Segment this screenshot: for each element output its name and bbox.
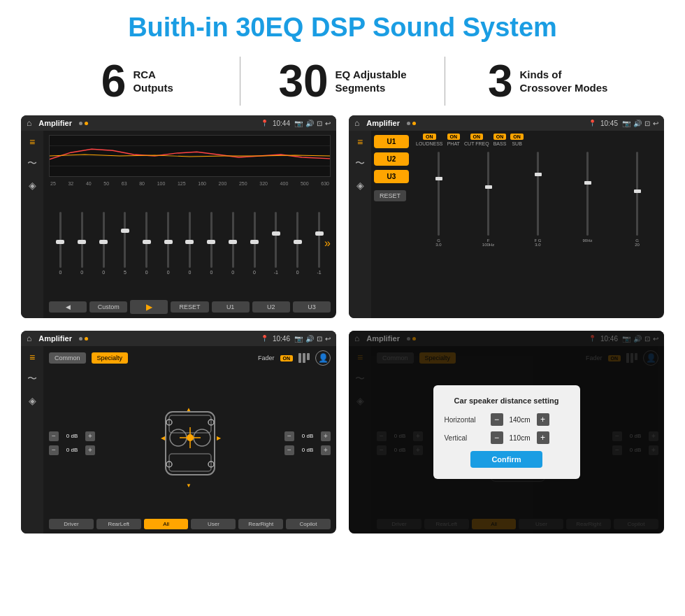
db-value-4: 0 dB <box>297 447 318 453</box>
driver-btn[interactable]: Driver <box>49 519 94 529</box>
cross-eq-icon[interactable]: ≡ <box>29 352 35 363</box>
all-btn[interactable]: All <box>144 519 189 529</box>
amp-wave-icon[interactable]: 〜 <box>355 157 365 170</box>
amp-sliders: G 3.0 F 100Hz F G 3.0 9 <box>416 149 660 315</box>
db-minus-4[interactable]: − <box>284 445 294 455</box>
dialog-overlay: Car speaker distance setting Horizontal … <box>349 331 664 533</box>
phat-on[interactable]: ON <box>447 134 461 140</box>
bass-on[interactable]: ON <box>493 134 507 140</box>
cutfreq-on[interactable]: ON <box>470 134 484 140</box>
eq-u3-btn[interactable]: U3 <box>293 301 331 313</box>
db-plus-4[interactable]: + <box>321 445 331 455</box>
cutfreq-label: CUT FREQ <box>464 141 489 146</box>
speaker-distance-dialog: Car speaker distance setting Horizontal … <box>433 385 580 479</box>
status-time-1: 10:44 <box>273 120 290 127</box>
wave-icon[interactable]: 〜 <box>27 157 37 170</box>
screen-amp: ⌂ Amplifier 📍 10:45 📷 🔊 ⊡ ↩ ≡ 〜 ◈ <box>349 115 664 318</box>
screens-grid: ⌂ Amplifier 📍 10:44 📷 🔊 ⊡ ↩ ≡ 〜 ◈ <box>0 115 685 547</box>
db-control-2: − 0 dB + <box>49 445 95 455</box>
home-icon-3[interactable]: ⌂ <box>27 334 31 343</box>
amp-right: ON LOUDNESS ON PHAT ON CUT FREQ ON BASS <box>412 131 664 318</box>
db-minus-3[interactable]: − <box>284 431 294 441</box>
stat-crossover: 3 Kinds ofCrossover Modes <box>452 59 643 103</box>
rearleft-btn[interactable]: RearLeft <box>96 519 141 529</box>
db-value-1: 0 dB <box>62 433 82 439</box>
avatar-icon[interactable]: 👤 <box>315 350 331 366</box>
amp-speaker-icon[interactable]: ◈ <box>356 180 364 191</box>
eq-graph <box>49 135 331 177</box>
eq-slider-4: 5 <box>115 189 136 297</box>
car-diagram-container: ▲ ▼ ◀ ▶ <box>99 371 280 515</box>
screen3-title: Amplifier <box>38 334 72 343</box>
db-minus-2[interactable]: − <box>49 445 59 455</box>
cross-speaker-icon[interactable]: ◈ <box>29 395 36 406</box>
svg-text:◀: ◀ <box>161 435 166 441</box>
eq-slider-10: 0 <box>245 189 265 297</box>
vertical-plus[interactable]: + <box>537 431 549 444</box>
cross-sidebar: ≡ 〜 ◈ <box>21 346 43 533</box>
eq-custom-label: Custom <box>89 301 127 313</box>
screen-dialog: ⌂ Amplifier 📍 10:46 📷 🔊 ⊡ ↩ ≡ 〜 ◈ <box>349 331 664 533</box>
db-minus-1[interactable]: − <box>49 431 59 441</box>
status-bar-3: ⌂ Amplifier 📍 10:46 📷 🔊 ⊡ ↩ <box>21 331 336 346</box>
eq-prev-btn[interactable]: ◀ <box>49 301 87 313</box>
db-plus-1[interactable]: + <box>85 431 95 441</box>
common-tab[interactable]: Common <box>49 352 86 364</box>
dot-s3-2 <box>85 337 88 341</box>
u1-btn[interactable]: U1 <box>374 135 409 148</box>
u3-btn[interactable]: U3 <box>374 170 409 183</box>
amp-reset-btn[interactable]: RESET <box>374 190 406 201</box>
eq-slider-9: 0 <box>223 189 243 297</box>
page-title: Buith-in 30EQ DSP Sound System <box>0 0 685 51</box>
loudness-on[interactable]: ON <box>423 134 436 140</box>
back-icon: ↩ <box>325 120 331 127</box>
eq-play-btn[interactable]: ▶ <box>130 300 168 314</box>
eq-reset-btn[interactable]: RESET <box>171 301 208 313</box>
speaker-icon[interactable]: ◈ <box>29 180 36 191</box>
home-icon[interactable]: ⌂ <box>27 118 31 128</box>
horizontal-plus[interactable]: + <box>537 413 549 426</box>
eq-more-icon[interactable]: » <box>324 237 331 250</box>
screen-crossover: ⌂ Amplifier 📍 10:46 📷 🔊 ⊡ ↩ ≡ 〜 ◈ <box>21 331 336 533</box>
eq-slider-2: 0 <box>72 189 92 297</box>
window-icon-2: ⊡ <box>644 120 650 127</box>
stat-number-rca: 6 <box>101 59 127 103</box>
back-icon-2: ↩ <box>653 120 658 127</box>
fader-on-badge[interactable]: ON <box>280 355 294 361</box>
eq-icon[interactable]: ≡ <box>29 136 35 148</box>
user-btn[interactable]: User <box>191 519 236 529</box>
db-plus-2[interactable]: + <box>85 445 95 455</box>
toggle-cutfreq: ON CUT FREQ <box>464 134 489 146</box>
back-icon-3: ↩ <box>325 335 331 343</box>
stat-divider-1 <box>240 57 240 106</box>
rearright-btn[interactable]: RearRight <box>238 519 283 529</box>
amp-eq-icon[interactable]: ≡ <box>357 136 363 148</box>
specialty-tab[interactable]: Specialty <box>92 352 129 364</box>
vertical-minus[interactable]: − <box>491 431 503 444</box>
cross-wave-icon[interactable]: 〜 <box>27 373 37 385</box>
dot-s2-1 <box>407 122 410 125</box>
amp-slider-4: 90Hz <box>565 149 610 315</box>
dialog-title: Car speaker distance setting <box>445 396 569 405</box>
stat-divider-2 <box>445 57 445 106</box>
eq-u1-btn[interactable]: U1 <box>212 301 250 313</box>
confirm-button[interactable]: Confirm <box>470 451 542 468</box>
amp-slider-3: F G 3.0 <box>515 149 561 315</box>
u2-btn[interactable]: U2 <box>374 152 409 166</box>
home-icon-2[interactable]: ⌂ <box>354 118 359 128</box>
eq-u2-btn[interactable]: U2 <box>252 301 290 313</box>
svg-text:▲: ▲ <box>186 406 192 413</box>
status-time-3: 10:46 <box>273 335 290 343</box>
cross-main: Common Specialty Fader ON 👤 <box>43 346 336 533</box>
fader-label: Fader <box>258 354 275 361</box>
eq-sidebar: ≡ 〜 ◈ <box>21 131 43 318</box>
volume-icon: 🔊 <box>305 120 314 127</box>
svg-rect-5 <box>169 454 211 471</box>
window-icon: ⊡ <box>317 120 322 127</box>
horizontal-minus[interactable]: − <box>491 413 503 426</box>
copilot-btn[interactable]: Copilot <box>286 519 331 529</box>
eq-slider-3: 0 <box>94 189 114 297</box>
vertical-value: 110cm <box>506 434 534 442</box>
db-plus-3[interactable]: + <box>321 431 331 441</box>
sub-on[interactable]: ON <box>510 134 524 140</box>
